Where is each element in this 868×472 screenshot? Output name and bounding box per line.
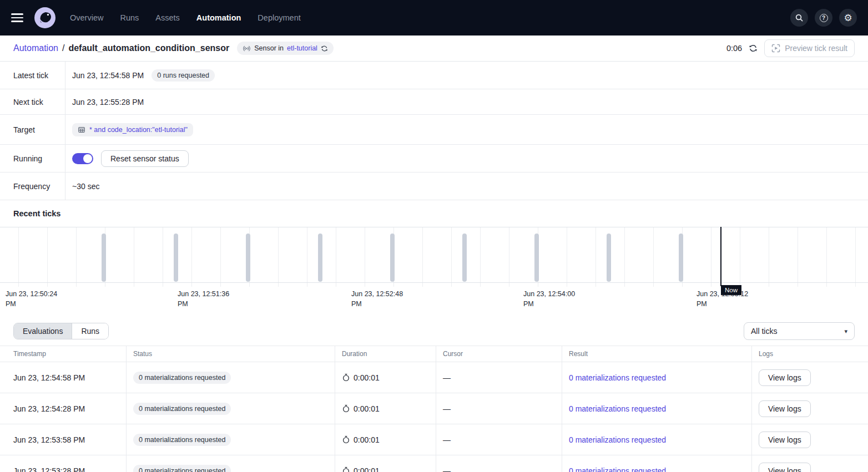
nav-item-overview[interactable]: Overview xyxy=(70,13,103,22)
top-nav: Overview Runs Assets Automation Deployme… xyxy=(0,0,868,35)
timeline-gridline xyxy=(769,227,769,287)
timeline-top-border xyxy=(0,227,868,227)
tab-evaluations[interactable]: Evaluations xyxy=(14,323,72,339)
menu-hamburger-icon[interactable] xyxy=(11,10,27,26)
chevron-down-icon: ▾ xyxy=(844,328,847,335)
tick-result-link[interactable]: 0 materializations requested xyxy=(569,466,666,472)
evaluations-toolbar: Evaluations Runs All ticks ▾ xyxy=(0,322,868,340)
frequency-label: Frequency xyxy=(0,172,65,200)
col-header-status: Status xyxy=(127,346,335,362)
tick-bar[interactable] xyxy=(246,234,250,282)
preview-button-label: Preview tick result xyxy=(785,44,847,53)
tick-bar[interactable] xyxy=(174,234,178,282)
tick-filter-value: All ticks xyxy=(751,327,777,336)
table-header-row: Timestamp Status Duration Cursor Result … xyxy=(0,346,868,362)
tick-timestamp: Jun 23, 12:54:28 PM xyxy=(0,393,127,424)
tab-runs[interactable]: Runs xyxy=(72,323,108,339)
sensor-icon xyxy=(243,44,251,53)
settings-gear-icon[interactable]: ⚙ xyxy=(839,9,857,27)
table-row: Jun 23, 12:54:28 PM 0 materializations r… xyxy=(0,393,868,424)
tick-bar[interactable] xyxy=(390,234,395,282)
timeline-axis-label: Jun 23, 12:50:24 PM xyxy=(6,289,67,309)
tick-status-badge: 0 materializations requested xyxy=(133,434,231,446)
nav-item-automation[interactable]: Automation xyxy=(196,13,241,22)
tick-timestamp: Jun 23, 12:54:58 PM xyxy=(0,362,127,393)
detail-row-running: Running Reset sensor status xyxy=(0,145,868,172)
running-toggle[interactable] xyxy=(72,153,93,164)
tick-status-badge: 0 materializations requested xyxy=(133,403,231,415)
view-logs-button[interactable]: View logs xyxy=(759,463,811,472)
tick-bar[interactable] xyxy=(534,234,539,282)
timeline-gridline xyxy=(855,227,856,287)
preview-tick-result-button[interactable]: Preview tick result xyxy=(764,39,855,57)
tick-bar[interactable] xyxy=(102,234,106,282)
timeline-axis-label: Jun 23, 12:54:00 PM xyxy=(523,289,584,309)
view-logs-button[interactable]: View logs xyxy=(759,400,811,417)
breadcrumb-automation-link[interactable]: Automation xyxy=(13,43,58,53)
dagster-logo-icon[interactable] xyxy=(34,7,55,28)
view-logs-button[interactable]: View logs xyxy=(759,432,811,448)
col-header-duration: Duration xyxy=(335,346,436,362)
view-logs-button[interactable]: View logs xyxy=(759,369,811,386)
timeline-gridline xyxy=(76,227,77,287)
tick-status-badge: 0 materializations requested xyxy=(133,372,231,384)
tick-bar[interactable] xyxy=(607,234,611,282)
tick-cursor: — xyxy=(436,424,562,455)
timeline-gridline xyxy=(596,227,596,287)
nav-item-runs[interactable]: Runs xyxy=(120,13,139,22)
search-icon[interactable] xyxy=(790,9,808,27)
tick-cursor: — xyxy=(436,455,562,472)
reload-sensor-icon[interactable] xyxy=(321,45,328,52)
preview-icon xyxy=(771,44,780,53)
page-title: default_automation_condition_sensor xyxy=(68,43,229,53)
ticks-table: Timestamp Status Duration Cursor Result … xyxy=(0,346,868,472)
tick-duration: 0:00:01 xyxy=(354,466,380,472)
code-location-link[interactable]: etl-tutorial xyxy=(287,44,317,52)
target-selection-chip[interactable]: * and code_location:"etl-tutorial" xyxy=(72,123,193,136)
tick-cursor: — xyxy=(436,362,562,393)
timeline-gridline xyxy=(278,227,279,287)
tick-timestamp: Jun 23, 12:53:58 PM xyxy=(0,424,127,455)
timeline-axis-label: Jun 23, 12:51:36 PM xyxy=(178,289,239,309)
nav-item-deployment[interactable]: Deployment xyxy=(258,13,300,22)
detail-row-next-tick: Next tick Jun 23, 12:55:28 PM xyxy=(0,89,868,115)
tick-result-link[interactable]: 0 materializations requested xyxy=(569,373,666,382)
tick-result-link[interactable]: 0 materializations requested xyxy=(569,404,666,413)
stopwatch-icon xyxy=(342,404,350,413)
target-label: Target xyxy=(0,115,65,144)
stopwatch-icon xyxy=(342,466,350,472)
tick-result-link[interactable]: 0 materializations requested xyxy=(569,435,666,444)
breadcrumb-bar: Automation / default_automation_conditio… xyxy=(0,35,868,62)
timeline-gridline xyxy=(47,227,48,287)
timeline-gridline xyxy=(134,227,134,287)
nav-item-assets[interactable]: Assets xyxy=(155,13,180,22)
asset-table-icon xyxy=(78,126,85,134)
timeline-gridline xyxy=(163,227,163,287)
running-label: Running xyxy=(0,145,65,172)
timeline-gridline xyxy=(798,227,798,287)
tick-duration: 0:00:01 xyxy=(354,435,380,444)
tick-bar[interactable] xyxy=(462,234,467,282)
sensor-details: Latest tick Jun 23, 12:54:58 PM 0 runs r… xyxy=(0,62,868,200)
timeline-gridline xyxy=(422,227,423,287)
detail-row-target: Target * and code_location:"etl-tutorial… xyxy=(0,115,868,145)
table-row: Jun 23, 12:53:28 PM 0 materializations r… xyxy=(0,455,868,472)
timeline-gridline xyxy=(18,227,19,287)
help-icon[interactable]: ? xyxy=(815,9,832,27)
refresh-icon[interactable] xyxy=(749,44,758,53)
tick-timestamp: Jun 23, 12:53:28 PM xyxy=(0,455,127,472)
detail-row-latest-tick: Latest tick Jun 23, 12:54:58 PM 0 runs r… xyxy=(0,62,868,89)
now-marker-tag: Now xyxy=(721,285,741,295)
tick-filter-dropdown[interactable]: All ticks ▾ xyxy=(744,322,855,340)
runs-requested-badge: 0 runs requested xyxy=(152,69,215,82)
tick-bar[interactable] xyxy=(679,234,683,282)
timeline-gridline xyxy=(509,227,509,287)
view-segmented-control: Evaluations Runs xyxy=(13,323,109,339)
reset-sensor-status-button[interactable]: Reset sensor status xyxy=(101,150,189,167)
next-tick-label: Next tick xyxy=(0,89,65,114)
tick-bar[interactable] xyxy=(318,234,322,282)
tick-duration: 0:00:01 xyxy=(354,373,380,382)
timeline-gridline xyxy=(220,227,221,287)
tick-status-badge: 0 materializations requested xyxy=(133,465,231,472)
timeline-gridline xyxy=(711,227,711,287)
